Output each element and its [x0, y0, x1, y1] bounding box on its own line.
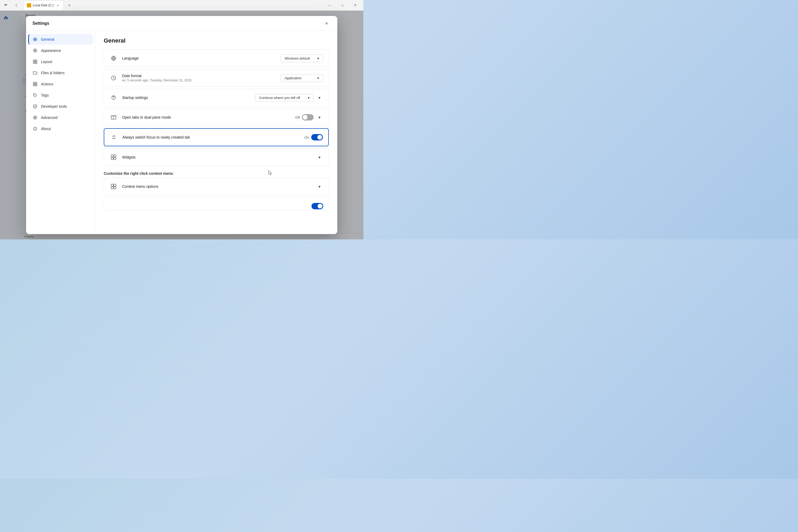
- svg-line-29: [114, 78, 115, 78]
- language-dropdown[interactable]: Windows default ▾: [281, 55, 323, 62]
- switch-focus-toggle-label: On: [305, 135, 309, 139]
- date-format-icon: [109, 74, 118, 82]
- dual-pane-toggle-container: Off: [295, 114, 314, 120]
- tab-close-button[interactable]: ✕: [55, 3, 60, 8]
- startup-text: Startup settings: [122, 95, 255, 100]
- widgets-label: Widgets: [122, 155, 316, 159]
- bottom-toggle-knob: [318, 204, 322, 209]
- startup-dropdown[interactable]: Continue where you left off ▾: [255, 94, 314, 101]
- settings-nav-advanced[interactable]: Advanced: [28, 112, 93, 123]
- settings-nav-layout[interactable]: Layout: [28, 56, 93, 67]
- context-menu-row[interactable]: Context menu options ▾: [104, 178, 328, 195]
- switch-focus-control: On: [305, 134, 323, 140]
- date-format-dropdown[interactable]: Application ▾: [281, 74, 323, 82]
- context-menu-text: Context menu options: [122, 184, 316, 189]
- switch-focus-toggle-container: On: [305, 134, 323, 140]
- dual-pane-toggle[interactable]: [302, 114, 314, 120]
- about-nav-icon: [33, 126, 38, 131]
- widgets-expand-button[interactable]: ▾: [316, 153, 323, 161]
- dual-pane-icon: [109, 113, 118, 121]
- settings-nav-actions[interactable]: Actions: [28, 79, 93, 89]
- dual-pane-expand-button[interactable]: ▾: [316, 114, 323, 121]
- dual-pane-row: Open tabs in dual pane mode Off ▾: [104, 109, 328, 126]
- startup-row: Startup settings Continue where you left…: [104, 89, 328, 106]
- tags-nav-icon: [33, 93, 38, 98]
- svg-point-24: [35, 128, 35, 128]
- svg-rect-40: [114, 157, 116, 159]
- settings-main-panel: General: [95, 31, 337, 234]
- context-menu-icon: [109, 182, 118, 191]
- bottom-row: [104, 198, 328, 211]
- language-dropdown-chevron: ▾: [317, 56, 319, 60]
- context-menu-label: Context menu options: [122, 184, 316, 189]
- appearance-nav-icon: [33, 48, 38, 53]
- dual-pane-section: Open tabs in dual pane mode Off ▾: [104, 109, 329, 126]
- minimize-button[interactable]: ─: [323, 1, 336, 10]
- svg-rect-38: [114, 155, 116, 157]
- startup-control: Continue where you left off ▾ ▾: [255, 94, 323, 101]
- window-close-button[interactable]: ✕: [349, 1, 361, 10]
- switch-focus-toggle[interactable]: [311, 134, 323, 140]
- dual-pane-label: Open tabs in dual pane mode: [122, 115, 295, 119]
- switch-focus-text: Always switch focus to newly created tab: [122, 135, 305, 139]
- dual-pane-text: Open tabs in dual pane mode: [122, 115, 295, 119]
- date-format-sublabel: ex: 5 seconds ago, Tuesday, December 31,…: [122, 78, 281, 82]
- maximize-button[interactable]: □: [336, 1, 348, 10]
- svg-rect-1: [4, 5, 6, 5]
- svg-line-32: [114, 96, 114, 98]
- files-folders-nav-label: Files & folders: [41, 71, 65, 75]
- tab-local-disk[interactable]: Local Disk (C:) ✕: [23, 1, 63, 10]
- svg-rect-15: [33, 82, 35, 84]
- bottom-section: [104, 197, 329, 211]
- general-nav-icon: [33, 37, 38, 42]
- widgets-control: ▾: [316, 153, 323, 161]
- startup-expand-button[interactable]: ▾: [316, 94, 323, 101]
- context-menu-control: ▾: [316, 183, 323, 190]
- settings-nav-general[interactable]: General: [28, 34, 93, 45]
- language-row: Language Windows default ▾: [104, 50, 328, 67]
- settings-nav-files-folders[interactable]: Files & folders: [28, 68, 93, 78]
- tab-file-icon: [27, 3, 31, 7]
- language-label: Language: [122, 56, 281, 60]
- widgets-row[interactable]: Widgets ▾: [104, 149, 328, 166]
- svg-rect-37: [111, 155, 113, 157]
- titlebar-left: Local Disk (C:) ✕ +: [2, 1, 73, 10]
- switch-focus-icon: [110, 133, 118, 141]
- settings-nav-appearance[interactable]: Appearance: [28, 45, 93, 56]
- settings-title-label: Settings: [33, 21, 49, 26]
- window-controls: ─ □ ✕: [323, 1, 361, 10]
- language-text: Language: [122, 56, 281, 60]
- bottom-toggle[interactable]: [311, 203, 323, 209]
- svg-rect-18: [35, 84, 37, 86]
- window-frame: Local Disk (C:) ✕ + ─ □ ✕: [0, 0, 363, 240]
- tab-group-button[interactable]: [2, 2, 10, 9]
- settings-page-title: General: [104, 37, 329, 44]
- settings-close-button[interactable]: ✕: [322, 19, 331, 28]
- date-format-text: Date format ex: 5 seconds ago, Tuesday, …: [122, 74, 281, 82]
- context-menu-section: Context menu options ▾: [104, 178, 329, 195]
- date-format-dropdown-value: Application: [285, 76, 302, 80]
- settings-nav-about[interactable]: About: [28, 124, 93, 134]
- settings-nav-tags[interactable]: Tags: [28, 90, 93, 100]
- svg-point-21: [35, 117, 36, 118]
- settings-body: General Appearance: [26, 31, 337, 234]
- context-menu-expand-button[interactable]: ▾: [316, 183, 323, 190]
- advanced-nav-icon: [33, 115, 38, 120]
- svg-rect-11: [33, 60, 35, 61]
- about-nav-label: About: [41, 127, 51, 131]
- svg-point-19: [34, 94, 35, 95]
- svg-rect-42: [114, 184, 116, 186]
- actions-nav-label: Actions: [41, 82, 53, 86]
- svg-rect-13: [33, 62, 35, 63]
- tags-nav-label: Tags: [41, 93, 49, 97]
- svg-rect-2: [28, 4, 30, 6]
- switch-focus-label: Always switch focus to newly created tab: [122, 135, 305, 139]
- back-button[interactable]: [12, 1, 21, 10]
- new-tab-button[interactable]: +: [66, 2, 73, 9]
- dual-pane-toggle-label: Off: [295, 115, 300, 119]
- settings-nav-developer[interactable]: Developer tools: [28, 101, 93, 112]
- svg-line-31: [113, 96, 114, 98]
- settings-header: Settings ✕: [26, 16, 337, 31]
- widgets-icon: [109, 153, 118, 162]
- svg-rect-0: [4, 4, 7, 5]
